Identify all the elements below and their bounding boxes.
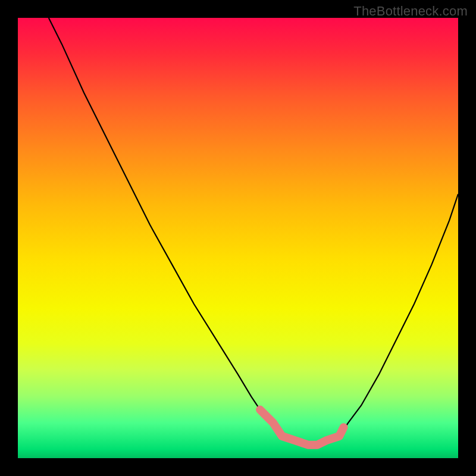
bottleneck-curve	[49, 18, 458, 445]
curve-svg	[18, 18, 458, 458]
watermark-text: TheBottleneck.com	[353, 4, 468, 19]
optimal-band-highlight	[260, 410, 344, 445]
chart-frame: TheBottleneck.com	[0, 0, 476, 476]
plot-area	[18, 18, 458, 458]
